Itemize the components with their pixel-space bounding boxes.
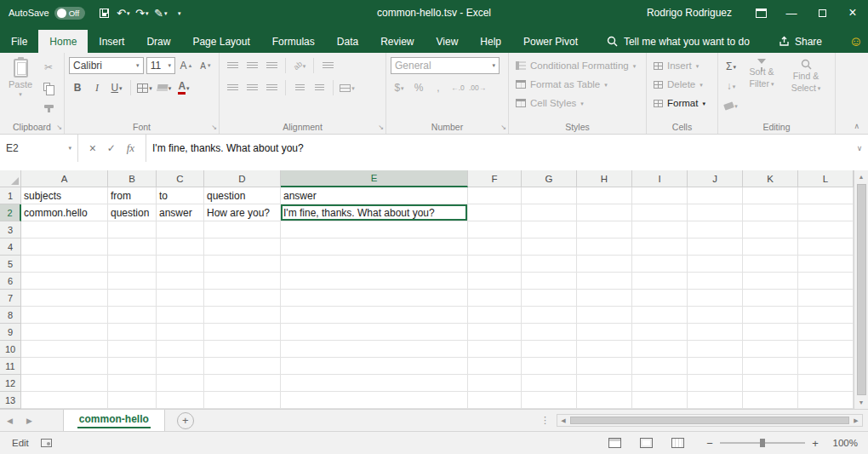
cell-D1[interactable]: question xyxy=(204,187,281,204)
cell-K9[interactable] xyxy=(743,324,798,341)
cell-D13[interactable] xyxy=(204,392,281,409)
cell-E12[interactable] xyxy=(281,375,468,392)
ribbon-tab-page-layout[interactable]: Page Layout xyxy=(181,30,260,53)
cell-E8[interactable] xyxy=(281,307,468,324)
cell-K1[interactable] xyxy=(743,187,798,204)
touch-mode-button[interactable]: ✎▾ xyxy=(151,2,170,24)
scroll-down-button[interactable]: ▼ xyxy=(854,396,868,409)
close-button[interactable]: × xyxy=(837,0,868,26)
cell-F7[interactable] xyxy=(468,290,522,307)
cell-I1[interactable] xyxy=(632,187,688,204)
insert-function-button[interactable]: fx xyxy=(127,141,134,155)
cell-B1[interactable]: from xyxy=(108,187,157,204)
cell-D8[interactable] xyxy=(204,307,281,324)
row-header-6[interactable]: 6 xyxy=(0,273,21,290)
row-header-5[interactable]: 5 xyxy=(0,256,21,273)
row-header-3[interactable]: 3 xyxy=(0,221,21,238)
cell-B7[interactable] xyxy=(108,290,157,307)
cell-J9[interactable] xyxy=(688,324,743,341)
column-header-H[interactable]: H xyxy=(577,170,632,187)
cell-A11[interactable] xyxy=(21,358,108,375)
font-name-combo[interactable]: Calibri▾ xyxy=(69,57,144,74)
format-cells-button[interactable]: Format ▾ xyxy=(651,95,713,112)
cell-J1[interactable] xyxy=(688,187,743,204)
column-header-G[interactable]: G xyxy=(522,170,577,187)
comma-style-button[interactable]: , xyxy=(430,79,447,96)
name-box[interactable]: E2 ▾ xyxy=(0,135,78,162)
cell-K13[interactable] xyxy=(743,392,798,409)
clear-dropdown-icon[interactable]: ▾ xyxy=(734,103,738,109)
enter-button[interactable]: ✓ xyxy=(107,142,116,154)
cell-I6[interactable] xyxy=(632,273,688,290)
cell-G11[interactable] xyxy=(522,358,577,375)
cell-D12[interactable] xyxy=(204,375,281,392)
cell-D11[interactable] xyxy=(204,358,281,375)
increase-decimal-button[interactable]: ←.0 xyxy=(449,79,466,96)
font-name-dropdown-icon[interactable]: ▾ xyxy=(136,62,140,69)
cell-I11[interactable] xyxy=(632,358,688,375)
cell-L6[interactable] xyxy=(798,273,854,290)
share-button[interactable]: Share xyxy=(779,30,822,53)
cell-E11[interactable] xyxy=(281,358,468,375)
user-name[interactable]: Rodrigo Rodriguez xyxy=(647,7,732,19)
ribbon-tab-view[interactable]: View xyxy=(425,30,470,53)
row-header-11[interactable]: 11 xyxy=(0,358,21,375)
align-bottom-button[interactable] xyxy=(263,57,280,74)
customize-qat-button[interactable]: ▾ xyxy=(170,2,189,24)
cell-H1[interactable] xyxy=(577,187,632,204)
ribbon-tab-draw[interactable]: Draw xyxy=(135,30,181,53)
ribbon-tab-power-pivot[interactable]: Power Pivot xyxy=(512,30,589,53)
row-header-4[interactable]: 4 xyxy=(0,238,21,256)
horizontal-scrollbar-thumb[interactable] xyxy=(570,417,849,424)
font-dialog-launcher[interactable]: ↘ xyxy=(211,124,217,131)
decrease-font-button[interactable]: A▼ xyxy=(197,57,214,74)
cell-F1[interactable] xyxy=(468,187,522,204)
cell-C13[interactable] xyxy=(157,392,204,409)
cell-K12[interactable] xyxy=(743,375,798,392)
cell-styles-button[interactable]: Cell Styles ▾ xyxy=(513,95,642,112)
cell-G12[interactable] xyxy=(522,375,577,392)
cell-F10[interactable] xyxy=(468,341,522,358)
cell-J11[interactable] xyxy=(688,358,743,375)
cell-J2[interactable] xyxy=(688,204,743,221)
cell-B10[interactable] xyxy=(108,341,157,358)
delete-cells-button[interactable]: Delete ▾ xyxy=(651,76,713,93)
increase-indent-button[interactable] xyxy=(311,79,328,96)
cell-K7[interactable] xyxy=(743,290,798,307)
cell-C4[interactable] xyxy=(157,238,204,256)
cell-A13[interactable] xyxy=(21,392,108,409)
cell-D10[interactable] xyxy=(204,341,281,358)
cell-I12[interactable] xyxy=(632,375,688,392)
save-button[interactable] xyxy=(95,2,114,24)
cell-L11[interactable] xyxy=(798,358,854,375)
cell-H9[interactable] xyxy=(577,324,632,341)
cell-I2[interactable] xyxy=(632,204,688,221)
new-sheet-button[interactable]: + xyxy=(177,412,194,429)
cell-D6[interactable] xyxy=(204,273,281,290)
touch-mode-dropdown-icon[interactable]: ▾ xyxy=(164,10,168,16)
hscroll-right-button[interactable]: ▶ xyxy=(850,414,862,427)
cell-J7[interactable] xyxy=(688,290,743,307)
underline-dropdown-icon[interactable]: ▾ xyxy=(119,85,123,91)
macro-record-button[interactable] xyxy=(41,439,52,447)
cell-L2[interactable] xyxy=(798,204,854,221)
expand-formula-bar-button[interactable]: ∨ xyxy=(851,135,868,162)
insert-cells-button[interactable]: Insert ▾ xyxy=(651,57,713,74)
font-size-combo[interactable]: 11▾ xyxy=(146,57,175,74)
cell-K4[interactable] xyxy=(743,238,798,256)
sort-filter-button[interactable]: Sort & Filter▾ xyxy=(740,55,784,120)
cell-F2[interactable] xyxy=(468,204,522,221)
align-top-button[interactable] xyxy=(224,57,241,74)
cell-C12[interactable] xyxy=(157,375,204,392)
cell-H5[interactable] xyxy=(577,256,632,273)
cell-I3[interactable] xyxy=(632,221,688,238)
collapse-ribbon-button[interactable]: ∧ xyxy=(854,122,859,130)
cell-I13[interactable] xyxy=(632,392,688,409)
conditional-formatting-button[interactable]: Conditional Formatting ▾ xyxy=(513,57,642,74)
undo-dropdown-icon[interactable]: ▾ xyxy=(127,10,130,16)
cell-B13[interactable] xyxy=(108,392,157,409)
cell-I8[interactable] xyxy=(632,307,688,324)
cell-H7[interactable] xyxy=(577,290,632,307)
cell-E10[interactable] xyxy=(281,341,468,358)
clear-button[interactable]: ▾ xyxy=(722,97,740,114)
